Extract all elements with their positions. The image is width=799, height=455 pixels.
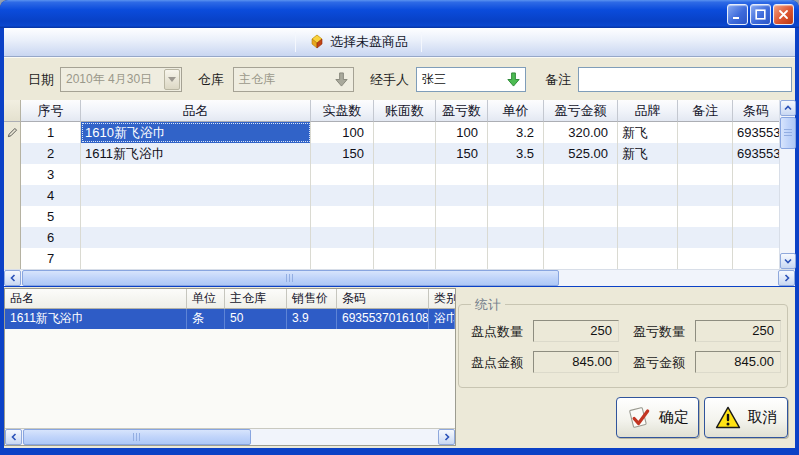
remark-input[interactable]	[578, 67, 792, 92]
cell-name-selected[interactable]: 1610新飞浴巾	[81, 122, 311, 143]
cell-remark[interactable]	[678, 185, 733, 206]
cell-profit-qty[interactable]	[436, 206, 488, 227]
cell-profit-qty[interactable]	[436, 185, 488, 206]
handler-dropdown-button[interactable]	[502, 72, 524, 87]
cell-profit-amount[interactable]	[544, 248, 618, 269]
cell-remark[interactable]	[678, 122, 733, 143]
scroll-down-button[interactable]	[780, 253, 796, 269]
scroll-right-button[interactable]	[778, 270, 795, 286]
table-row[interactable]: 1 1610新飞浴巾 100 100 3.2 320.00 新飞 693553	[4, 122, 779, 143]
cell-actual-qty[interactable]	[311, 227, 374, 248]
cell-profit-qty[interactable]	[436, 248, 488, 269]
cell-brand[interactable]	[618, 185, 678, 206]
col-header-profit-qty[interactable]: 盈亏数	[436, 100, 488, 122]
cell-profit-qty[interactable]: 100	[436, 122, 488, 143]
cell-seq[interactable]: 5	[21, 206, 81, 227]
col-header-seq[interactable]: 序号	[21, 100, 81, 122]
cell-unit-price[interactable]	[488, 164, 544, 185]
cell-unit-price[interactable]	[488, 227, 544, 248]
table-row[interactable]: 2 1611新飞浴巾 150 150 3.5 525.00 新飞 693553	[4, 143, 779, 164]
col-header-unit-price[interactable]: 单价	[488, 100, 544, 122]
cell-profit-amount[interactable]	[544, 206, 618, 227]
col-header-book-qty[interactable]: 账面数	[374, 100, 436, 122]
cell-profit-qty[interactable]: 150	[436, 143, 488, 164]
cell-book-qty[interactable]	[374, 164, 436, 185]
cell-seq[interactable]: 4	[21, 185, 81, 206]
cell-barcode[interactable]	[733, 227, 779, 248]
cell-barcode[interactable]	[733, 248, 779, 269]
cell-book-qty[interactable]	[374, 185, 436, 206]
detail-cell-name[interactable]: 1611新飞浴巾	[5, 309, 187, 329]
cell-unit-price[interactable]: 3.5	[488, 143, 544, 164]
cell-remark[interactable]	[678, 248, 733, 269]
cell-actual-qty[interactable]	[311, 206, 374, 227]
cell-seq[interactable]: 7	[21, 248, 81, 269]
cell-name[interactable]: 1611新飞浴巾	[81, 143, 311, 164]
cell-name[interactable]	[81, 227, 311, 248]
detail-cell-stock[interactable]: 50	[225, 309, 287, 329]
table-row[interactable]: 4	[4, 185, 779, 206]
cell-book-qty[interactable]	[374, 227, 436, 248]
cell-barcode[interactable]: 693553	[733, 143, 779, 164]
cell-brand[interactable]	[618, 206, 678, 227]
cell-unit-price[interactable]	[488, 206, 544, 227]
cell-remark[interactable]	[678, 164, 733, 185]
table-row[interactable]: 6	[4, 227, 779, 248]
scroll-up-button[interactable]	[780, 100, 796, 116]
warehouse-select[interactable]: 主仓库	[233, 67, 352, 92]
cell-profit-amount[interactable]: 320.00	[544, 122, 618, 143]
ok-button[interactable]: 确定	[616, 397, 699, 438]
col-header-actual-qty[interactable]: 实盘数	[311, 100, 374, 122]
cancel-button[interactable]: 取消	[704, 397, 788, 438]
cell-seq[interactable]: 3	[21, 164, 81, 185]
horizontal-scroll-thumb[interactable]	[23, 429, 251, 445]
col-header-name[interactable]: 品名	[81, 100, 311, 122]
cell-name[interactable]	[81, 248, 311, 269]
date-picker[interactable]: 2010年 4月30日	[60, 67, 180, 92]
maximize-button[interactable]	[750, 4, 771, 25]
detail-cell-barcode[interactable]: 6935537016108	[337, 309, 429, 329]
table-row[interactable]: 3	[4, 164, 779, 185]
detail-col-sale-price[interactable]: 销售价	[287, 289, 337, 309]
detail-col-warehouse[interactable]: 主仓库	[225, 289, 287, 309]
cell-brand[interactable]	[618, 248, 678, 269]
cell-seq[interactable]: 6	[21, 227, 81, 248]
select-unchecked-products-button[interactable]: 选择未盘商品	[301, 31, 416, 53]
cell-book-qty[interactable]	[374, 122, 436, 143]
cell-book-qty[interactable]	[374, 206, 436, 227]
cell-actual-qty[interactable]	[311, 248, 374, 269]
cell-profit-amount[interactable]	[544, 164, 618, 185]
close-button[interactable]	[773, 4, 794, 25]
detail-col-unit[interactable]: 单位	[187, 289, 225, 309]
cell-seq[interactable]: 2	[21, 143, 81, 164]
cell-book-qty[interactable]	[374, 248, 436, 269]
table-row[interactable]: 7	[4, 248, 779, 269]
col-header-profit-amount[interactable]: 盈亏金额	[544, 100, 618, 122]
cell-book-qty[interactable]	[374, 143, 436, 164]
cell-barcode[interactable]	[733, 206, 779, 227]
detail-cell-category[interactable]: 浴巾	[429, 309, 455, 329]
detail-col-category[interactable]: 类别	[429, 289, 455, 309]
detail-row-selected[interactable]: 1611新飞浴巾 条 50 3.9 6935537016108 浴巾	[5, 309, 455, 329]
cell-profit-amount[interactable]	[544, 227, 618, 248]
detail-col-name[interactable]: 品名	[5, 289, 187, 309]
cell-barcode[interactable]	[733, 164, 779, 185]
cell-brand[interactable]	[618, 164, 678, 185]
grid-horizontal-scrollbar[interactable]	[4, 269, 795, 286]
date-dropdown-button[interactable]	[164, 69, 180, 90]
col-header-barcode[interactable]: 条码	[733, 100, 779, 122]
cell-remark[interactable]	[678, 227, 733, 248]
scroll-left-button[interactable]	[4, 270, 21, 286]
cell-name[interactable]	[81, 185, 311, 206]
table-row[interactable]: 5	[4, 206, 779, 227]
warehouse-dropdown-button[interactable]	[330, 72, 352, 87]
cell-profit-qty[interactable]	[436, 227, 488, 248]
cell-name[interactable]	[81, 164, 311, 185]
cell-actual-qty[interactable]: 150	[311, 143, 374, 164]
detail-cell-unit[interactable]: 条	[187, 309, 225, 329]
cell-actual-qty[interactable]	[311, 164, 374, 185]
cell-barcode[interactable]	[733, 185, 779, 206]
cell-unit-price[interactable]	[488, 185, 544, 206]
cell-remark[interactable]	[678, 143, 733, 164]
cell-profit-amount[interactable]: 525.00	[544, 143, 618, 164]
